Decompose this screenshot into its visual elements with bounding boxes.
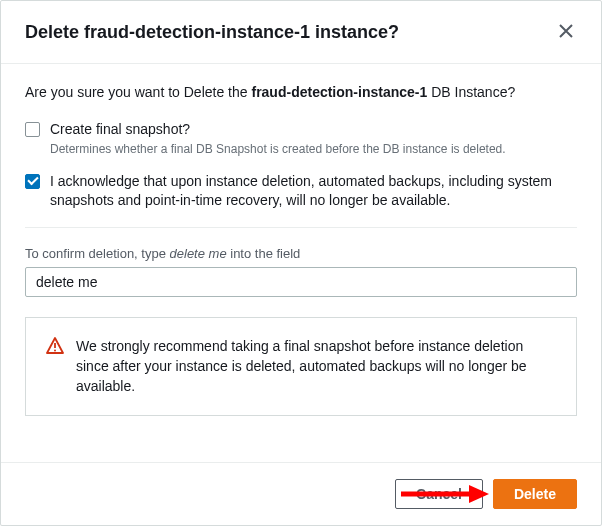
modal-title: Delete fraud-detection-instance-1 instan… [25, 22, 399, 43]
svg-point-1 [54, 349, 56, 351]
warning-alert: We strongly recommend taking a final sna… [25, 317, 577, 416]
confirm-field-label: To confirm deletion, type delete me into… [25, 246, 577, 261]
divider [25, 227, 577, 228]
warning-icon [46, 337, 64, 355]
delete-button[interactable]: Delete [493, 479, 577, 509]
instance-name: fraud-detection-instance-1 [251, 84, 427, 100]
cancel-button[interactable]: Cancel [395, 479, 483, 509]
close-button[interactable] [555, 19, 577, 45]
warning-text: We strongly recommend taking a final sna… [76, 336, 556, 397]
modal-body: Are you sure you want to Delete the frau… [1, 64, 601, 462]
close-icon [559, 22, 573, 42]
delete-instance-modal: Delete fraud-detection-instance-1 instan… [0, 0, 602, 526]
create-snapshot-help: Determines whether a final DB Snapshot i… [50, 142, 506, 156]
confirm-question: Are you sure you want to Delete the frau… [25, 84, 577, 100]
acknowledge-checkbox[interactable] [25, 174, 40, 189]
create-snapshot-label: Create final snapshot? [50, 120, 506, 140]
create-snapshot-checkbox[interactable] [25, 122, 40, 137]
modal-footer: Cancel Delete [1, 462, 601, 525]
acknowledge-option: I acknowledge that upon instance deletio… [25, 172, 577, 211]
acknowledge-label: I acknowledge that upon instance deletio… [50, 172, 577, 211]
create-snapshot-option: Create final snapshot? Determines whethe… [25, 120, 577, 156]
modal-header: Delete fraud-detection-instance-1 instan… [1, 1, 601, 64]
confirm-delete-input[interactable] [25, 267, 577, 297]
